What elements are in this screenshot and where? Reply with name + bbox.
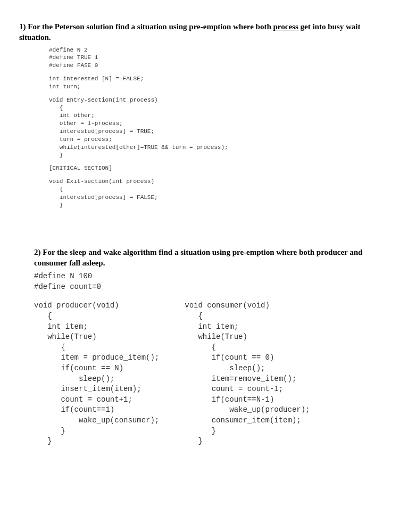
- q2-heading: 2) For the sleep and wake algorithm find…: [34, 247, 380, 269]
- q2-text: For the sleep and wake algorithm find a …: [34, 248, 362, 267]
- q2-code-producer: void producer(void) { int item; while(Tr…: [34, 301, 159, 446]
- q1-code-critical: [CRITICAL SECTION]: [49, 164, 380, 172]
- q2-code-columns: void producer(void) { int item; while(Tr…: [34, 301, 380, 446]
- q1-number: 1): [19, 22, 26, 31]
- q1-code-globals: int interested [N] = FALSE; int turn;: [49, 75, 380, 91]
- q2-code-defines: #define N 100 #define count=0: [34, 271, 380, 292]
- q2-code-consumer: void consumer(void) { int item; while(Tr…: [185, 301, 310, 446]
- q1-code-entry: void Entry-section(int process) { int ot…: [49, 96, 380, 160]
- q2-number: 2): [34, 248, 41, 256]
- q1-heading: 1) For the Peterson solution find a situ…: [19, 21, 380, 43]
- q1-code-exit: void Exit-section(int process) { interes…: [49, 178, 380, 209]
- q1-text-a: For the Peterson solution find a situati…: [28, 22, 273, 31]
- q1-text-underlined: process: [273, 22, 298, 31]
- q1-code-defines: #define N 2 #define TRUE 1 #define FASE …: [49, 46, 380, 70]
